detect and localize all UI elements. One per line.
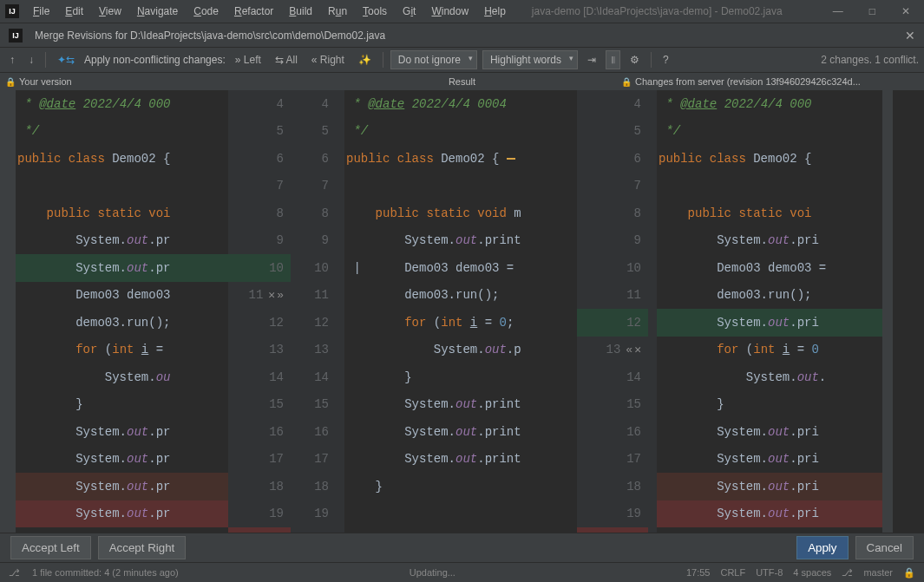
lock-icon: 🔒 — [621, 77, 632, 87]
status-line-sep[interactable]: CRLF — [720, 567, 745, 578]
middle-gutter-left[interactable]: 4 5 6 7 8 9 10 11 12 13 14 15 16 17 18 1… — [299, 90, 344, 533]
close-dialog-button[interactable]: ✕ — [905, 29, 915, 43]
right-gutter[interactable]: 4 5 6 7 8 9 10 11 12 13«✕ 14 15 16 17 18… — [577, 90, 657, 533]
merge-toolbar: ↑ ↓ ✦⇆ Apply non-conflicting changes: » … — [0, 47, 924, 73]
close-window-button[interactable]: ✕ — [893, 2, 919, 21]
sync-scroll-icon[interactable]: ⫴ — [606, 50, 620, 69]
maximize-button[interactable]: □ — [861, 2, 884, 21]
menu-view[interactable]: View — [92, 3, 128, 20]
middle-pane-code[interactable]: * @date 2022/4/4 0004 */ public class De… — [344, 90, 577, 533]
prev-diff-button[interactable]: ↑ — [5, 51, 19, 69]
accept-right-button[interactable]: Accept Right — [98, 536, 187, 559]
right-pane-label: Changes from server (revision 13f9460294… — [635, 76, 861, 87]
middle-pane-label: Result — [449, 76, 475, 87]
separator — [45, 52, 46, 68]
next-diff-button[interactable]: ↓ — [24, 51, 38, 69]
status-bar: ⎇ 1 file committed: 4 (2 minutes ago) Up… — [0, 562, 924, 582]
menu-code[interactable]: Code — [187, 3, 226, 20]
status-indent[interactable]: 4 spaces — [793, 567, 831, 578]
apply-button[interactable]: Apply — [796, 536, 848, 559]
menu-help[interactable]: Help — [477, 3, 513, 20]
accept-change-icon[interactable]: » — [277, 289, 284, 302]
app-logo-icon: IJ — [5, 4, 19, 18]
menu-run[interactable]: Run — [321, 3, 354, 20]
pane-labels-row: 🔒 Your version Result 🔒 Changes from ser… — [0, 73, 924, 90]
right-pane-code[interactable]: * @date 2022/4/4 000 */ public class Dem… — [657, 90, 882, 533]
apply-left-button[interactable]: » Left — [231, 51, 265, 69]
minimize-button[interactable]: — — [824, 2, 852, 21]
menu-file[interactable]: File — [26, 3, 56, 20]
separator — [651, 52, 652, 68]
left-gutter[interactable]: 4 5 6 7 8 9 10 11✕» 12 13 14 15 16 17 18… — [228, 90, 299, 533]
status-lock-icon[interactable]: 🔒 — [903, 567, 915, 579]
collapse-icon[interactable]: ⇥ — [583, 51, 600, 69]
apply-all-button[interactable]: ⇆ All — [271, 51, 302, 69]
reject-change-icon[interactable]: ✕ — [634, 343, 641, 356]
magic-resolve-icon[interactable]: ✦⇆ — [53, 51, 79, 69]
apply-nonconflict-label: Apply non-conflicting changes: — [84, 54, 226, 66]
status-caret-pos[interactable]: 17:55 — [686, 567, 711, 578]
status-progress-label: Updating... — [191, 567, 674, 578]
window-controls: — □ ✕ — [824, 2, 919, 21]
status-encoding[interactable]: UTF-8 — [756, 567, 783, 578]
diff-viewer: * @date 2022/4/4 000 */ public class Dem… — [0, 90, 924, 533]
menu-git[interactable]: Git — [396, 3, 423, 20]
merge-dialog-header: IJ Merge Revisions for D:\IdeaProjects\j… — [0, 23, 924, 47]
menu-tools[interactable]: Tools — [356, 3, 394, 20]
status-branch[interactable]: master — [863, 567, 893, 578]
merge-title: Merge Revisions for D:\IdeaProjects\java… — [35, 29, 385, 42]
cancel-button[interactable]: Cancel — [855, 536, 914, 559]
menu-refactor[interactable]: Refactor — [227, 3, 280, 20]
lock-icon: 🔒 — [5, 77, 16, 87]
separator — [383, 52, 383, 68]
window-title: java-demo [D:\IdeaProjects\java-demo] - … — [532, 5, 822, 17]
status-commit-label: 1 file committed: 4 (2 minutes ago) — [32, 567, 179, 578]
highlight-dropdown[interactable]: Highlight words — [482, 50, 578, 69]
right-marker-stripe[interactable] — [882, 90, 893, 533]
merge-footer: Accept Left Accept Right Apply Cancel — [0, 533, 924, 562]
settings-icon[interactable]: ⚙ — [626, 51, 644, 69]
left-tool-stripe[interactable] — [0, 90, 16, 533]
magic-wand-icon[interactable]: ✨ — [354, 51, 376, 69]
dialog-logo-icon: IJ — [9, 29, 23, 43]
help-icon[interactable]: ? — [659, 51, 673, 69]
menu-navigate[interactable]: Navigate — [130, 3, 185, 20]
accept-left-button[interactable]: Accept Left — [10, 536, 91, 559]
menu-build[interactable]: Build — [282, 3, 319, 20]
changes-count-label: 2 changes. 1 conflict. — [821, 54, 919, 66]
accept-change-icon[interactable]: « — [626, 343, 632, 356]
vcs-status-icon[interactable]: ⎇ — [9, 567, 20, 579]
branch-icon: ⎇ — [842, 567, 853, 579]
reject-change-icon[interactable]: ✕ — [268, 288, 275, 302]
left-pane-label: Your version — [19, 76, 72, 87]
menu-edit[interactable]: Edit — [58, 3, 90, 20]
menu-window[interactable]: Window — [424, 3, 475, 20]
left-pane-code[interactable]: * @date 2022/4/4 000 */ public class Dem… — [16, 90, 228, 533]
main-menu-bar: IJ File Edit View Navigate Code Refactor… — [0, 0, 924, 23]
ignore-dropdown[interactable]: Do not ignore — [390, 50, 477, 69]
apply-right-button[interactable]: « Right — [307, 51, 349, 69]
